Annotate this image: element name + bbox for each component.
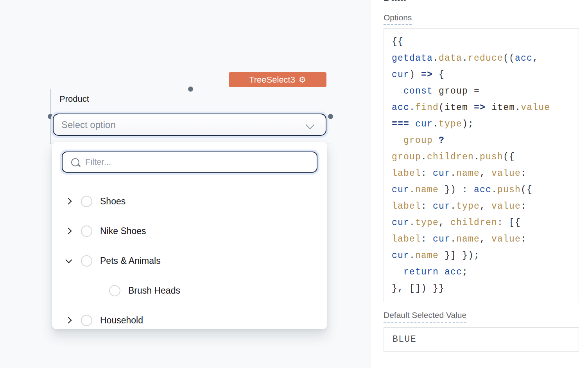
editor-canvas: TreeSelect3 ⚙ Product Select option Filt… bbox=[0, 0, 371, 368]
chevron-down-icon bbox=[306, 121, 315, 130]
panel-divider bbox=[371, 365, 588, 365]
code-line: label: cur.name, value: bbox=[392, 231, 571, 247]
chevron-down-icon[interactable] bbox=[65, 257, 72, 264]
option-radio[interactable] bbox=[81, 196, 92, 207]
code-line: group.children.push({ bbox=[392, 149, 571, 165]
option-radio[interactable] bbox=[109, 285, 120, 296]
property-pane: Data Options {{getdata.data.reduce((acc,… bbox=[371, 0, 588, 368]
option-radio[interactable] bbox=[81, 255, 92, 267]
options-property-label: Options bbox=[384, 13, 412, 25]
filter-input[interactable]: Filter... bbox=[62, 152, 317, 173]
tree-item-nike-shoes[interactable]: Nike Shoes bbox=[52, 216, 327, 246]
tree-item-brush-heads[interactable]: Brush Heads bbox=[52, 276, 327, 305]
resize-handle-top[interactable] bbox=[188, 87, 193, 92]
code-line: }, []) }} bbox=[392, 280, 571, 297]
chevron-right-icon[interactable] bbox=[65, 198, 72, 205]
option-label: Household bbox=[100, 315, 143, 326]
search-icon bbox=[71, 158, 79, 166]
tree-item-shoes[interactable]: Shoes bbox=[52, 186, 327, 216]
code-line: label: cur.name, value: bbox=[392, 165, 571, 182]
options-code-editor[interactable]: {{getdata.data.reduce((acc,cur) => { con… bbox=[384, 28, 579, 302]
section-title-data: Data bbox=[384, 0, 405, 4]
code-line: const group = bbox=[392, 83, 571, 99]
code-line: return acc; bbox=[392, 264, 571, 280]
treeselect-trigger[interactable]: Select option bbox=[53, 114, 326, 136]
code-line: cur.name }) : acc.push({ bbox=[392, 182, 571, 198]
default-value-input[interactable]: BLUE bbox=[384, 327, 579, 352]
option-radio[interactable] bbox=[81, 225, 92, 237]
code-line: getdata.data.reduce((acc, bbox=[392, 50, 571, 67]
select-placeholder: Select option bbox=[61, 119, 116, 130]
resize-handle-left[interactable] bbox=[48, 114, 53, 119]
filter-placeholder: Filter... bbox=[85, 157, 111, 167]
code-line: label: cur.type, value: bbox=[392, 198, 571, 215]
resize-handle-right[interactable] bbox=[328, 114, 333, 119]
gear-icon[interactable]: ⚙ bbox=[299, 76, 306, 84]
option-label: Nike Shoes bbox=[100, 226, 146, 236]
default-value-property-label: Default Selected Value bbox=[384, 310, 466, 323]
treeselect-dropdown: Filter... ShoesNike ShoesPets & AnimalsB… bbox=[52, 142, 327, 329]
widget-name-label: TreeSelect3 bbox=[249, 75, 295, 85]
default-value-text: BLUE bbox=[393, 334, 416, 345]
widget-name-badge[interactable]: TreeSelect3 ⚙ bbox=[229, 72, 326, 87]
code-line: cur.type, children: [{ bbox=[392, 215, 571, 231]
tree-item-household[interactable]: Household bbox=[52, 305, 327, 335]
code-line: === cur.type); bbox=[392, 116, 571, 132]
code-line: {{ bbox=[392, 34, 571, 50]
code-line: cur) => { bbox=[392, 67, 571, 83]
option-label: Pets & Animals bbox=[100, 256, 161, 266]
option-label: Shoes bbox=[100, 196, 125, 207]
chevron-right-icon[interactable] bbox=[65, 317, 72, 324]
code-line: acc.find(item => item.value bbox=[392, 99, 571, 116]
option-radio[interactable] bbox=[81, 315, 92, 326]
chevron-right-icon[interactable] bbox=[65, 227, 72, 235]
code-line: group ? bbox=[392, 132, 571, 149]
treeselect-label: Product bbox=[59, 94, 89, 104]
option-label: Brush Heads bbox=[128, 285, 180, 296]
tree-item-pets-animals[interactable]: Pets & Animals bbox=[52, 246, 327, 276]
code-line: cur.name }] }); bbox=[392, 247, 571, 264]
tree-options-list: ShoesNike ShoesPets & AnimalsBrush Heads… bbox=[52, 186, 327, 335]
